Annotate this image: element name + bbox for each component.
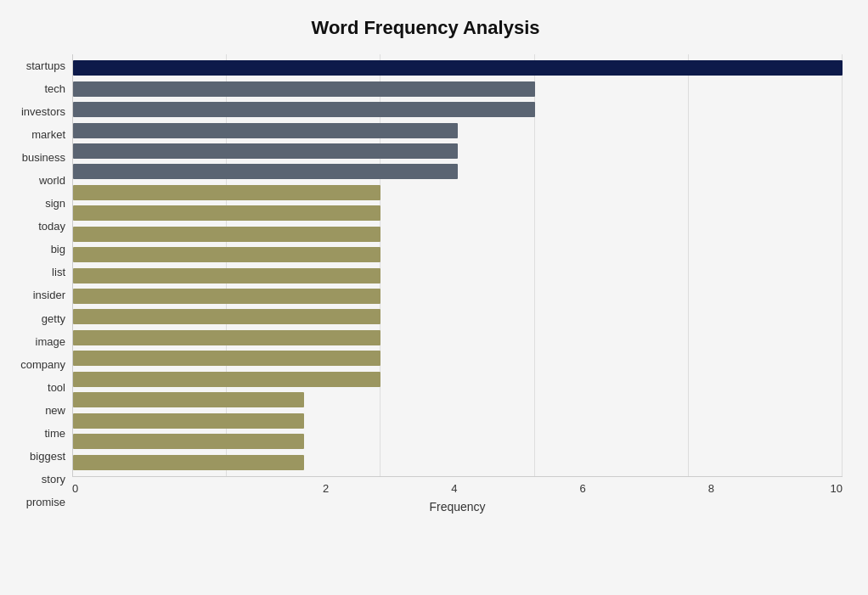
x-ticks: 0246810 [72, 482, 843, 495]
bar-row [73, 121, 843, 140]
bar [73, 392, 304, 407]
bar-row [73, 267, 843, 285]
bar [73, 455, 304, 470]
bar-row [73, 349, 843, 368]
bar [73, 205, 380, 221]
y-label: story [8, 474, 65, 485]
y-label: image [8, 336, 65, 347]
y-label: biggest [8, 451, 65, 462]
bars-area [72, 54, 843, 477]
y-labels: startupstechinvestorsmarketbusinessworld… [8, 54, 72, 514]
bars-and-x: 0246810 Frequency [72, 54, 843, 514]
bar-row [73, 225, 843, 244]
bar [73, 185, 380, 200]
bar [73, 289, 380, 304]
bar [73, 102, 535, 117]
y-label: tool [8, 382, 65, 393]
x-tick: 8 [586, 482, 714, 495]
bar [73, 372, 380, 387]
bar [73, 81, 535, 97]
bar-row [73, 432, 843, 451]
x-axis-label: Frequency [72, 500, 843, 514]
bar [73, 330, 380, 345]
bar [73, 247, 380, 262]
bar [73, 413, 304, 429]
y-label: world [8, 175, 65, 186]
x-tick: 10 [714, 482, 843, 495]
y-label: startups [8, 60, 65, 71]
bar [73, 268, 380, 283]
y-label: tech [8, 83, 65, 94]
bars-wrapper [73, 54, 843, 476]
chart-container: Word Frequency Analysis startupstechinve… [0, 0, 868, 595]
bar [73, 164, 458, 179]
x-tick: 2 [200, 482, 329, 495]
y-label: big [8, 244, 65, 255]
y-label: new [8, 405, 65, 416]
bar-row [73, 162, 843, 181]
bar [73, 123, 458, 138]
bar-row [73, 328, 843, 347]
y-label: time [8, 428, 65, 439]
y-label: today [8, 221, 65, 232]
bar [73, 227, 380, 242]
y-label: market [8, 129, 65, 140]
chart-area: startupstechinvestorsmarketbusinessworld… [8, 54, 843, 514]
y-label: investors [8, 106, 65, 117]
y-label: sign [8, 198, 65, 209]
chart-title: Word Frequency Analysis [8, 17, 843, 39]
bar [73, 143, 458, 159]
bar-row [73, 390, 843, 409]
bar-row [73, 80, 843, 98]
bar-row [73, 307, 843, 326]
y-label: list [8, 267, 65, 278]
bar-row [73, 142, 843, 160]
bar-row [73, 183, 843, 202]
bar-row [73, 59, 843, 77]
bar-row [73, 100, 843, 119]
bar [73, 434, 304, 449]
bar [73, 309, 380, 324]
x-axis: 0246810 Frequency [72, 482, 843, 514]
bar [73, 351, 380, 366]
bar [73, 60, 843, 76]
x-tick: 4 [329, 482, 457, 495]
y-label: getty [8, 313, 65, 324]
bar-row [73, 453, 843, 472]
bar-row [73, 370, 843, 389]
bar-row [73, 412, 843, 430]
y-label: company [8, 359, 65, 370]
bar-row [73, 245, 843, 264]
bar-row [73, 287, 843, 306]
y-label: insider [8, 289, 65, 300]
y-label: promise [8, 497, 65, 508]
y-label: business [8, 152, 65, 163]
x-tick: 6 [458, 482, 586, 495]
x-tick: 0 [72, 482, 200, 495]
bar-row [73, 204, 843, 222]
